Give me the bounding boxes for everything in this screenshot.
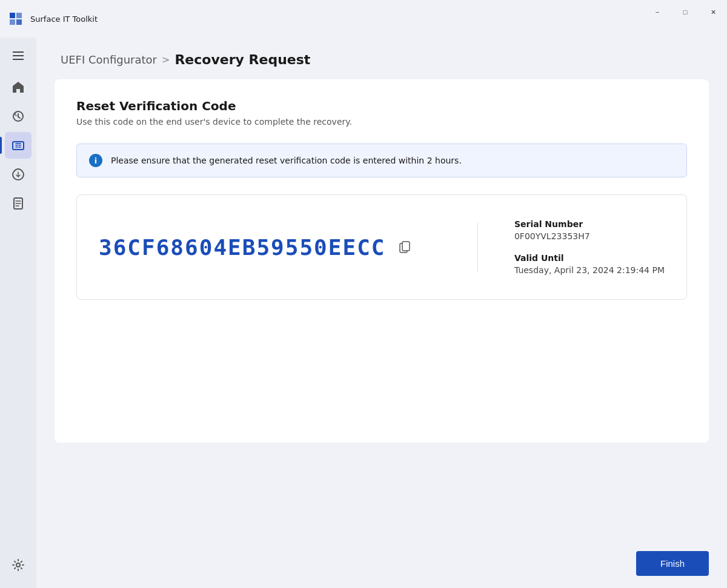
info-banner-text: Please ensure that the generated reset v… — [111, 156, 462, 165]
sidebar-item-settings[interactable] — [5, 552, 32, 578]
valid-until-value: Tuesday, April 23, 2024 2:19:44 PM — [514, 265, 665, 275]
metadata-section: Serial Number 0F00YVL23353H7 Valid Until… — [502, 219, 665, 275]
valid-until-label: Valid Until — [514, 253, 665, 263]
breadcrumb-separator: > — [162, 54, 170, 65]
svg-rect-12 — [402, 242, 410, 251]
content-card: Reset Verification Code Use this code on… — [55, 79, 709, 443]
app-title: Surface IT Toolkit — [30, 15, 98, 24]
svg-rect-5 — [13, 55, 24, 56]
info-banner: i Please ensure that the generated reset… — [76, 144, 687, 177]
verification-code: 36CF68604EB59550EECC — [99, 235, 385, 260]
sidebar-item-deploy[interactable] — [5, 161, 32, 188]
title-bar: Surface IT Toolkit − □ ✕ — [0, 0, 727, 38]
footer-bar: Finish — [618, 539, 727, 588]
code-section: 36CF68604EB59550EECC — [99, 235, 453, 260]
close-button[interactable]: ✕ — [699, 0, 727, 24]
main-content: Reset Verification Code Use this code on… — [36, 79, 727, 588]
info-icon: i — [89, 154, 102, 167]
svg-rect-6 — [13, 59, 24, 60]
vertical-divider — [477, 223, 478, 271]
maximize-button[interactable]: □ — [671, 0, 699, 24]
sidebar-item-updates[interactable] — [5, 103, 32, 130]
content-area: UEFI Configurator > Recovery Request Res… — [36, 38, 727, 588]
svg-rect-3 — [16, 19, 22, 25]
finish-button[interactable]: Finish — [636, 551, 709, 576]
breadcrumb: UEFI Configurator > Recovery Request — [36, 38, 727, 79]
code-card: 36CF68604EB59550EECC Serial Number 0F00Y… — [76, 194, 687, 300]
svg-rect-0 — [10, 13, 15, 18]
minimize-button[interactable]: − — [643, 0, 671, 24]
app-layout: UEFI Configurator > Recovery Request Res… — [0, 38, 727, 588]
section-title: Reset Verification Code — [76, 99, 687, 113]
serial-number-label: Serial Number — [514, 219, 665, 229]
window-controls: − □ ✕ — [643, 0, 727, 24]
svg-point-10 — [16, 563, 20, 567]
breadcrumb-parent[interactable]: UEFI Configurator — [61, 53, 157, 66]
sidebar-item-home[interactable] — [5, 74, 32, 101]
section-subtitle: Use this code on the end user's device t… — [76, 117, 687, 127]
svg-rect-8 — [13, 142, 24, 150]
app-icon — [7, 10, 24, 27]
svg-rect-4 — [13, 51, 24, 53]
sidebar-item-uefi[interactable] — [5, 132, 32, 159]
sidebar-item-reports[interactable] — [5, 190, 32, 217]
sidebar-nav — [5, 74, 32, 552]
menu-toggle-button[interactable] — [6, 44, 30, 68]
svg-rect-1 — [16, 13, 22, 18]
breadcrumb-current: Recovery Request — [174, 52, 310, 67]
svg-rect-2 — [10, 19, 15, 25]
copy-code-button[interactable] — [395, 237, 414, 257]
serial-number-value: 0F00YVL23353H7 — [514, 231, 665, 241]
sidebar — [0, 38, 36, 588]
